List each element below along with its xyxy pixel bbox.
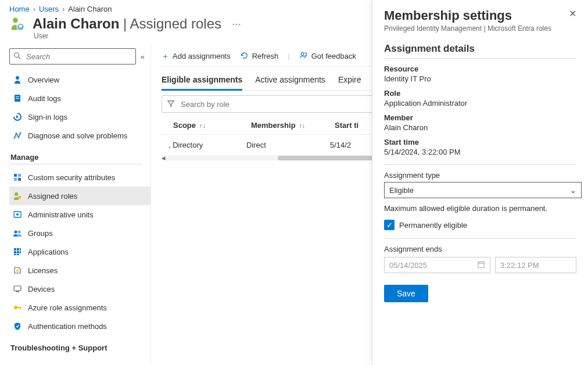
sidebar-item-diagnose[interactable]: Diagnose and solve problems (9, 126, 150, 145)
sidebar-item-label: Sign-in logs (28, 113, 67, 121)
got-feedback-button[interactable]: Got feedback (299, 51, 356, 62)
sidebar-item-overview[interactable]: Overview (9, 70, 150, 89)
licenses-icon (13, 266, 22, 275)
checkbox-label: Permanently eligible (399, 221, 467, 230)
chevron-right-icon: › (62, 5, 64, 13)
svg-rect-12 (18, 178, 21, 181)
sort-icon: ↑↓ (199, 122, 206, 129)
sidebar-item-admin-units[interactable]: Administrative units (9, 205, 150, 224)
svg-rect-26 (14, 286, 21, 291)
tab-expired[interactable]: Expire (338, 75, 361, 90)
member-value: Alain Charon (384, 123, 576, 132)
tab-eligible[interactable]: Eligible assignments (162, 75, 242, 91)
end-date-value: 05/14/2025 (389, 261, 427, 270)
sidebar-item-label: Assigned roles (28, 192, 77, 201)
close-panel-button[interactable]: ✕ (569, 8, 576, 19)
feedback-icon (299, 51, 308, 62)
attributes-icon (13, 173, 22, 182)
end-date-input[interactable]: 05/14/2025 (384, 257, 490, 273)
column-scope[interactable]: Scope↑↓ (173, 121, 249, 130)
sidebar-search-input[interactable] (25, 52, 132, 62)
membership-settings-panel: Membership settings Privileged Identity … (372, 0, 588, 365)
svg-rect-22 (17, 251, 19, 253)
column-membership[interactable]: Membership↑↓ (251, 121, 332, 130)
svg-rect-19 (17, 248, 19, 251)
select-value: Eligible (389, 186, 414, 195)
cell-scope: Directory (173, 141, 203, 149)
svg-rect-10 (18, 174, 21, 177)
sidebar-search[interactable] (9, 48, 136, 65)
svg-point-16 (15, 231, 17, 234)
assignment-type-select[interactable]: Eligible ⌄ (384, 182, 582, 198)
resource-label: Resource (384, 65, 576, 73)
assignment-details-heading: Assignment details (384, 43, 576, 59)
sidebar: « Overview Audit logs Sign-in logs Diagn… (0, 45, 151, 364)
svg-rect-11 (14, 178, 17, 181)
sidebar-item-azure-roles[interactable]: Azure role assignments (9, 298, 150, 317)
clipboard-icon (13, 94, 22, 103)
user-name: Alain Charon (33, 16, 119, 31)
key-icon (13, 303, 22, 312)
breadcrumb-users[interactable]: Users (39, 5, 59, 13)
sidebar-item-groups[interactable]: Groups (9, 224, 150, 242)
plus-icon: ＋ (162, 51, 169, 62)
shield-icon (13, 321, 22, 331)
button-label: Got feedback (311, 52, 356, 60)
svg-point-13 (15, 192, 18, 196)
calendar-icon (477, 260, 485, 270)
svg-rect-30 (20, 307, 21, 309)
svg-rect-27 (16, 291, 19, 292)
duration-help-text: Maximum allowed eligible duration is per… (384, 204, 576, 213)
permanently-eligible-checkbox[interactable]: ✓ Permanently eligible (384, 220, 576, 230)
svg-rect-32 (478, 262, 485, 267)
tab-active[interactable]: Active assignments (255, 75, 325, 90)
scroll-left-icon[interactable]: ◂ (162, 153, 166, 162)
add-assignments-button[interactable]: ＋ Add assignments (162, 51, 231, 62)
checkbox-checked-icon: ✓ (384, 220, 395, 230)
role-filter[interactable] (162, 95, 382, 113)
groups-icon (13, 228, 22, 238)
sidebar-item-devices[interactable]: Devices (9, 280, 150, 298)
more-actions-button[interactable]: ⋯ (228, 19, 245, 30)
member-label: Member (384, 113, 576, 122)
refresh-button[interactable]: Refresh (240, 51, 279, 62)
sidebar-item-custom-security[interactable]: Custom security attributes (9, 168, 150, 187)
sidebar-heading-troubleshoot: Troubleshooting + Support (10, 343, 150, 352)
sidebar-item-signin-logs[interactable]: Sign-in logs (9, 108, 150, 126)
sidebar-item-auth-methods[interactable]: Authentication methods (9, 317, 150, 335)
save-button[interactable]: Save (384, 285, 428, 302)
role-filter-input[interactable] (180, 99, 377, 109)
start-time-label: Start time (384, 138, 576, 146)
resource-value: Identity IT Pro (384, 74, 576, 83)
sidebar-item-audit-logs[interactable]: Audit logs (9, 89, 150, 108)
assignment-ends-label: Assignment ends (384, 245, 576, 253)
sidebar-item-licenses[interactable]: Licenses (9, 261, 150, 280)
sidebar-item-label: Audit logs (28, 94, 61, 103)
collapse-sidebar-button[interactable]: « (141, 52, 145, 61)
devices-icon (13, 284, 22, 294)
svg-point-15 (16, 213, 19, 216)
assignment-type-label: Assignment type (384, 171, 576, 180)
sidebar-item-applications[interactable]: Applications (9, 242, 150, 261)
breadcrumb-home[interactable]: Home (9, 5, 30, 13)
page-title: Alain Charon | Assigned roles (33, 16, 221, 31)
sidebar-item-assigned-roles[interactable]: Assigned roles (9, 187, 150, 205)
breadcrumb-current: Alain Charon (68, 5, 112, 13)
sidebar-item-label: Applications (28, 248, 69, 256)
svg-rect-7 (16, 96, 19, 97)
chevron-right-icon: › (33, 5, 35, 13)
sidebar-item-label: Custom security attributes (28, 173, 115, 182)
panel-title: Membership settings (384, 8, 551, 23)
end-time-input[interactable]: 3:22:12 PM (495, 257, 576, 273)
role-label: Role (384, 89, 576, 98)
svg-rect-2 (19, 25, 22, 27)
apps-icon (13, 247, 22, 256)
svg-point-3 (15, 52, 19, 57)
button-label: Add assignments (173, 52, 231, 60)
svg-rect-8 (16, 98, 19, 99)
sidebar-item-label: Overview (28, 76, 59, 84)
svg-rect-21 (14, 251, 16, 253)
sidebar-heading-manage: Manage (10, 153, 150, 162)
svg-rect-24 (14, 254, 16, 255)
sidebar-item-label: Devices (28, 285, 55, 294)
